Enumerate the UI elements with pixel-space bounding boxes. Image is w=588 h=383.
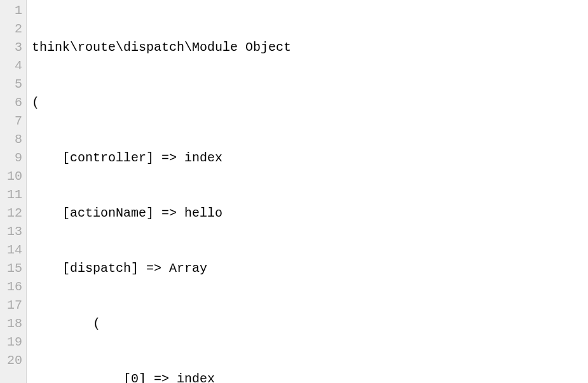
code-line: [dispatch] => Array — [32, 259, 588, 278]
code-line: [controller] => index — [32, 149, 588, 167]
line-number: 15 — [3, 259, 22, 278]
line-number: 4 — [3, 57, 22, 75]
code-line: [0] => index — [32, 370, 588, 383]
line-number: 17 — [3, 296, 22, 314]
line-number: 16 — [3, 278, 22, 296]
line-number: 1 — [3, 1, 22, 20]
line-number: 18 — [3, 314, 22, 333]
line-number: 2 — [3, 20, 22, 38]
line-number: 13 — [3, 222, 22, 241]
code-block: 1 2 3 4 5 6 7 8 9 10 11 12 13 14 15 16 1… — [0, 0, 588, 383]
line-number: 5 — [3, 75, 22, 93]
code-line: ( — [32, 314, 588, 333]
line-number: 9 — [3, 149, 22, 167]
line-number: 10 — [3, 167, 22, 185]
line-number: 19 — [3, 333, 22, 351]
line-number: 12 — [3, 204, 22, 222]
line-number: 3 — [3, 38, 22, 57]
code-line: think\route\dispatch\Module Object — [32, 38, 588, 57]
line-number: 11 — [3, 185, 22, 204]
line-number: 6 — [3, 93, 22, 112]
line-number: 8 — [3, 130, 22, 149]
code-line: ( — [32, 93, 588, 112]
code-line: [actionName] => hello — [32, 204, 588, 222]
line-number: 7 — [3, 112, 22, 130]
code-content: think\route\dispatch\Module Object ( [co… — [27, 0, 588, 383]
line-number: 14 — [3, 241, 22, 259]
line-number-gutter: 1 2 3 4 5 6 7 8 9 10 11 12 13 14 15 16 1… — [0, 0, 27, 383]
line-number: 20 — [3, 351, 22, 370]
